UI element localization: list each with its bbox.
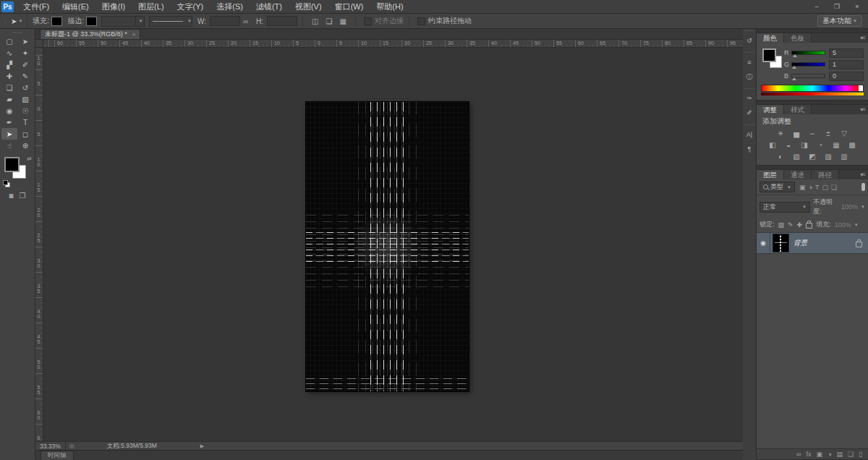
filter-toggle-switch[interactable] bbox=[861, 183, 865, 191]
dodge-tool[interactable]: ☉ bbox=[17, 105, 33, 116]
tab-swatches[interactable]: 色板 bbox=[784, 33, 812, 43]
brightness-contrast-icon[interactable]: ☀ bbox=[775, 128, 787, 138]
black-white-icon[interactable]: ◨ bbox=[799, 140, 811, 150]
color-balance-icon[interactable]: ◒ bbox=[783, 140, 795, 150]
canvas-document[interactable] bbox=[306, 102, 469, 391]
path-operations-icon[interactable]: ◫ bbox=[308, 17, 322, 25]
close-tab-icon[interactable]: × bbox=[132, 31, 136, 38]
zoom-tool[interactable]: ⊕ bbox=[17, 140, 33, 151]
opacity-field[interactable]: 100% ▼ bbox=[841, 203, 865, 210]
menu-item[interactable]: 帮助(H) bbox=[370, 0, 409, 13]
paragraph-panel-icon[interactable]: ¶ bbox=[744, 143, 755, 155]
new-group-icon[interactable]: ▤ bbox=[836, 451, 843, 458]
menu-item[interactable]: 文件(F) bbox=[17, 0, 56, 13]
posterize-icon[interactable]: ▧ bbox=[791, 151, 803, 161]
healing-brush-tool[interactable]: ✚ bbox=[1, 70, 17, 82]
new-layer-icon[interactable]: ❏ bbox=[848, 451, 854, 458]
menu-item[interactable]: 编辑(E) bbox=[56, 0, 95, 13]
move-tool[interactable]: ➤ bbox=[17, 35, 33, 47]
history-brush-tool[interactable]: ↺ bbox=[17, 82, 33, 93]
restore-button[interactable]: ❐ bbox=[827, 1, 846, 12]
stroke-style-select[interactable]: ▼ bbox=[149, 16, 192, 27]
link-dimensions-icon[interactable]: ∞ bbox=[243, 17, 248, 25]
ruler-corner[interactable] bbox=[35, 40, 43, 48]
default-colors-icon[interactable] bbox=[3, 180, 9, 186]
lasso-tool[interactable]: ∿ bbox=[1, 47, 17, 59]
slider-thumb[interactable] bbox=[792, 77, 796, 80]
invert-icon[interactable]: ◐ bbox=[775, 151, 787, 161]
tab-paths[interactable]: 路径 bbox=[812, 170, 839, 179]
panel-menu-icon[interactable]: ▾≡ bbox=[860, 171, 865, 178]
tab-color[interactable]: 颜色 bbox=[757, 33, 784, 43]
status-menu-arrow-icon[interactable]: ▶ bbox=[200, 443, 204, 449]
curves-icon[interactable]: ∽ bbox=[807, 128, 819, 138]
hand-tool[interactable]: ☝ bbox=[1, 140, 17, 151]
tool-preset-picker[interactable]: ➤ ▼ bbox=[9, 14, 27, 28]
menu-item[interactable]: 文字(Y) bbox=[171, 0, 210, 13]
tab-layers[interactable]: 图层 bbox=[757, 170, 784, 179]
exposure-icon[interactable]: ± bbox=[822, 128, 835, 138]
shape-width-input[interactable] bbox=[210, 16, 240, 26]
shape-height-input[interactable] bbox=[267, 16, 297, 26]
levels-icon[interactable]: ▅ bbox=[791, 128, 803, 138]
background-layer-row[interactable]: ◉ 背景 bbox=[757, 233, 868, 254]
delete-layer-icon[interactable]: ▯ bbox=[859, 451, 862, 458]
panel-menu-icon[interactable]: ▾≡ bbox=[860, 35, 865, 41]
filter-type-layers-icon[interactable]: T bbox=[815, 184, 820, 191]
filter-smart-objects-icon[interactable]: ❏ bbox=[831, 184, 837, 191]
layer-name[interactable]: 背景 bbox=[793, 239, 856, 248]
vibrance-icon[interactable]: ▽ bbox=[838, 128, 851, 138]
gradient-map-icon[interactable]: ▥ bbox=[838, 151, 851, 161]
blend-mode-select[interactable]: 正常 ▼ bbox=[760, 202, 810, 213]
selective-color-icon[interactable]: ▨ bbox=[822, 151, 835, 161]
screen-mode-icon[interactable]: ❐ bbox=[20, 192, 26, 200]
threshold-icon[interactable]: ◩ bbox=[807, 151, 819, 161]
lock-image-pixels-icon[interactable]: ✎ bbox=[788, 221, 793, 229]
color-ramp-secondary[interactable] bbox=[761, 93, 864, 95]
clone-stamp-tool[interactable]: ❏ bbox=[1, 82, 17, 93]
layer-thumbnail[interactable] bbox=[773, 234, 788, 252]
hue-saturation-icon[interactable]: ◧ bbox=[767, 140, 779, 150]
foreground-color-swatch[interactable] bbox=[4, 157, 20, 172]
type-tool[interactable]: T bbox=[17, 116, 33, 128]
stroke-swatch[interactable] bbox=[86, 17, 97, 26]
foreground-color-swatch[interactable] bbox=[762, 48, 776, 62]
brush-panel-icon[interactable]: ✑ bbox=[744, 93, 755, 104]
tab-adjustments[interactable]: 调整 bbox=[757, 105, 784, 114]
path-arrangement-icon[interactable]: ▦ bbox=[336, 17, 350, 25]
link-layers-icon[interactable]: ∞ bbox=[796, 451, 801, 458]
rectangular-marquee-tool[interactable]: ▢ bbox=[1, 35, 17, 47]
channel-mixer-icon[interactable]: ▦ bbox=[830, 140, 843, 150]
menu-item[interactable]: 图层(L) bbox=[132, 0, 170, 13]
lock-transparent-pixels-icon[interactable]: ▨ bbox=[778, 221, 785, 229]
top-ruler[interactable]: 6055504540353025201510505101520253035404… bbox=[43, 40, 743, 48]
stroke-width-select[interactable]: ▼ bbox=[101, 16, 145, 27]
filter-pixel-layers-icon[interactable]: ▣ bbox=[799, 184, 806, 191]
constrain-path-checkbox[interactable] bbox=[417, 17, 425, 25]
color-lookup-icon[interactable]: ▩ bbox=[846, 140, 859, 150]
fill-swatch[interactable] bbox=[51, 17, 62, 26]
menu-item[interactable]: 选择(S) bbox=[210, 0, 250, 13]
color-spectrum-ramp[interactable] bbox=[761, 85, 864, 92]
blur-tool[interactable]: ◉ bbox=[1, 105, 17, 116]
brush-tool[interactable]: ✎ bbox=[17, 70, 33, 82]
brush-presets-panel-icon[interactable]: ✐ bbox=[744, 107, 755, 119]
eraser-tool[interactable]: ▰ bbox=[1, 93, 17, 105]
character-panel-icon[interactable]: A| bbox=[744, 129, 755, 140]
menu-item[interactable]: 图像(I) bbox=[95, 0, 132, 13]
add-mask-icon[interactable]: ▣ bbox=[817, 451, 823, 458]
channel-value-field[interactable]: 5 bbox=[829, 48, 864, 58]
left-ruler[interactable]: 10505101520253035404550556065 bbox=[35, 47, 43, 441]
quick-mask-icon[interactable]: ◙ bbox=[9, 192, 13, 200]
eyedropper-tool[interactable]: ✐ bbox=[17, 59, 33, 70]
timeline-tab[interactable]: 时间轴 bbox=[41, 451, 74, 460]
workspace-switcher[interactable]: 基本功能 ▼ bbox=[817, 15, 862, 27]
slider-track[interactable] bbox=[791, 62, 825, 67]
info-panel-icon[interactable]: ⓘ bbox=[744, 71, 755, 82]
properties-panel-icon[interactable]: ≡ bbox=[744, 56, 755, 68]
layer-style-icon[interactable]: fx bbox=[806, 451, 811, 458]
shape-tool[interactable]: ◻ bbox=[17, 128, 33, 140]
layer-visibility-eye-icon[interactable]: ◉ bbox=[757, 233, 770, 253]
menu-item[interactable]: 窗口(W) bbox=[328, 0, 370, 13]
filter-adjustment-layers-icon[interactable]: ◑ bbox=[808, 184, 812, 191]
